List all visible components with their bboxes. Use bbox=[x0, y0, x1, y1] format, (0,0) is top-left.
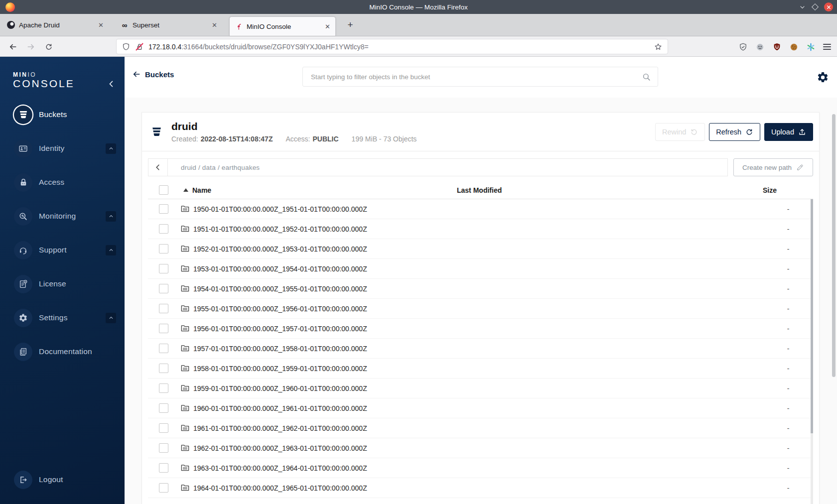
url-bar[interactable]: 172.18.0.4:31664/buckets/druid/browse/ZG… bbox=[116, 39, 668, 54]
tracking-shield-icon[interactable] bbox=[122, 42, 131, 51]
table-row[interactable]: 1954-01-01T00:00:00.000Z_1955-01-01T00:0… bbox=[148, 279, 813, 299]
row-checkbox[interactable] bbox=[159, 483, 168, 493]
row-checkbox[interactable] bbox=[159, 204, 168, 214]
object-name[interactable]: 1957-01-01T00:00:00.000Z_1958-01-01T00:0… bbox=[193, 345, 367, 353]
tab-superset[interactable]: ∞ Superset ✕ bbox=[116, 14, 222, 36]
table-row[interactable]: 1958-01-01T00:00:00.000Z_1959-01-01T00:0… bbox=[148, 359, 813, 378]
table-row[interactable]: 1951-01-01T00:00:00.000Z_1952-01-01T00:0… bbox=[148, 219, 813, 239]
url-text[interactable]: 172.18.0.4:31664/buckets/druid/browse/ZG… bbox=[148, 43, 654, 51]
tab-close-icon[interactable]: ✕ bbox=[325, 23, 330, 30]
bookmark-star-icon[interactable] bbox=[654, 42, 663, 51]
row-checkbox[interactable] bbox=[159, 324, 168, 333]
sidebar-item-settings[interactable]: Settings bbox=[0, 301, 125, 335]
filter-objects-input[interactable] bbox=[303, 67, 658, 86]
sidebar-collapse-icon[interactable] bbox=[107, 80, 116, 88]
tab-close-icon[interactable]: ✕ bbox=[98, 21, 104, 29]
sidebar-item-documentation[interactable]: Documentation bbox=[0, 335, 125, 369]
table-row[interactable]: 1956-01-01T00:00:00.000Z_1957-01-01T00:0… bbox=[148, 319, 813, 339]
row-checkbox[interactable] bbox=[159, 423, 168, 433]
object-name[interactable]: 1953-01-01T00:00:00.000Z_1954-01-01T00:0… bbox=[193, 265, 367, 273]
object-name[interactable]: 1952-01-01T00:00:00.000Z_1953-01-01T00:0… bbox=[193, 245, 367, 253]
extension-containers-icon[interactable] bbox=[755, 42, 765, 52]
chevron-up-icon[interactable] bbox=[106, 313, 116, 323]
breadcrumb[interactable]: druid / data / earthquakes bbox=[168, 164, 260, 171]
row-checkbox[interactable] bbox=[159, 403, 168, 413]
tab-minio-console[interactable]: MinIO Console ✕ bbox=[229, 16, 336, 36]
extension-cookie-icon[interactable] bbox=[789, 42, 799, 52]
create-new-path-button[interactable]: Create new path bbox=[733, 158, 813, 176]
chevron-up-icon[interactable] bbox=[106, 245, 116, 255]
row-checkbox[interactable] bbox=[159, 244, 168, 253]
object-name[interactable]: 1961-01-01T00:00:00.000Z_1962-01-01T00:0… bbox=[193, 424, 367, 432]
object-name[interactable]: 1958-01-01T00:00:00.000Z_1959-01-01T00:0… bbox=[193, 365, 367, 373]
tab-apache-druid[interactable]: Apache Druid ✕ bbox=[2, 14, 109, 36]
table-row[interactable]: 1959-01-01T00:00:00.000Z_1960-01-01T00:0… bbox=[148, 378, 813, 398]
extension-shield-icon[interactable] bbox=[738, 42, 748, 52]
insecure-lock-icon[interactable] bbox=[135, 42, 144, 51]
object-name[interactable]: 1951-01-01T00:00:00.000Z_1952-01-01T00:0… bbox=[193, 225, 367, 233]
reload-button[interactable] bbox=[42, 40, 56, 54]
window-maximize-button[interactable] bbox=[812, 3, 819, 10]
sidebar-item-support[interactable]: Support bbox=[0, 233, 125, 267]
sidebar-item-buckets[interactable]: Buckets bbox=[0, 98, 125, 131]
path-back-icon[interactable] bbox=[148, 159, 168, 176]
sort-ascending-icon[interactable] bbox=[183, 188, 188, 192]
row-checkbox[interactable] bbox=[159, 463, 168, 473]
row-checkbox[interactable] bbox=[159, 284, 168, 293]
row-checkbox[interactable] bbox=[159, 364, 168, 373]
window-minimize-button[interactable] bbox=[799, 3, 806, 11]
select-all-checkbox[interactable] bbox=[159, 185, 168, 195]
table-row[interactable]: 1960-01-01T00:00:00.000Z_1961-01-01T00:0… bbox=[148, 398, 813, 418]
back-button[interactable] bbox=[6, 40, 20, 54]
tab-close-icon[interactable]: ✕ bbox=[212, 21, 217, 29]
sidebar-item-license[interactable]: License bbox=[0, 267, 125, 301]
row-checkbox[interactable] bbox=[159, 224, 168, 234]
refresh-button[interactable]: Refresh bbox=[709, 123, 760, 141]
settings-gear-icon[interactable] bbox=[817, 71, 829, 84]
object-size: - bbox=[785, 404, 792, 412]
column-size[interactable]: Size bbox=[763, 186, 777, 194]
table-row[interactable]: 1964-01-01T00:00:00.000Z_1965-01-01T00:0… bbox=[148, 478, 813, 498]
row-checkbox[interactable] bbox=[159, 304, 168, 313]
object-name[interactable]: 1964-01-01T00:00:00.000Z_1965-01-01T00:0… bbox=[193, 484, 367, 492]
table-row[interactable]: 1952-01-01T00:00:00.000Z_1953-01-01T00:0… bbox=[148, 239, 813, 259]
rewind-button[interactable]: Rewind bbox=[655, 123, 705, 141]
table-row[interactable]: 1957-01-01T00:00:00.000Z_1958-01-01T00:0… bbox=[148, 339, 813, 359]
object-name[interactable]: 1963-01-01T00:00:00.000Z_1964-01-01T00:0… bbox=[193, 464, 367, 472]
list-scrollbar[interactable] bbox=[811, 199, 813, 504]
page-scrollbar[interactable] bbox=[832, 114, 836, 504]
sidebar-item-identity[interactable]: Identity bbox=[0, 131, 125, 165]
upload-button[interactable]: Upload bbox=[764, 123, 813, 141]
object-name[interactable]: 1950-01-01T00:00:00.000Z_1951-01-01T00:0… bbox=[193, 205, 367, 213]
table-row[interactable]: 1953-01-01T00:00:00.000Z_1954-01-01T00:0… bbox=[148, 259, 813, 279]
new-tab-button[interactable]: + bbox=[343, 14, 358, 36]
extension-ublock-icon[interactable] bbox=[772, 42, 782, 52]
row-checkbox[interactable] bbox=[159, 383, 168, 393]
object-name[interactable]: 1960-01-01T00:00:00.000Z_1961-01-01T00:0… bbox=[193, 404, 367, 412]
object-name[interactable]: 1959-01-01T00:00:00.000Z_1960-01-01T00:0… bbox=[193, 384, 367, 392]
object-name[interactable]: 1954-01-01T00:00:00.000Z_1955-01-01T00:0… bbox=[193, 285, 367, 293]
forward-button[interactable] bbox=[24, 40, 38, 54]
chevron-up-icon[interactable] bbox=[106, 143, 116, 154]
row-checkbox[interactable] bbox=[159, 344, 168, 353]
column-name[interactable]: Name bbox=[192, 186, 211, 194]
object-name[interactable]: 1962-01-01T00:00:00.000Z_1963-01-01T00:0… bbox=[193, 444, 367, 452]
back-to-buckets-link[interactable]: Buckets bbox=[132, 70, 174, 79]
column-last-modified[interactable]: Last Modified bbox=[457, 186, 502, 194]
table-row[interactable]: 1961-01-01T00:00:00.000Z_1962-01-01T00:0… bbox=[148, 418, 813, 438]
row-checkbox[interactable] bbox=[159, 264, 168, 273]
extension-asterisk-icon[interactable] bbox=[806, 42, 816, 52]
row-checkbox[interactable] bbox=[159, 443, 168, 453]
object-name[interactable]: 1956-01-01T00:00:00.000Z_1957-01-01T00:0… bbox=[193, 325, 367, 333]
menu-hamburger-icon[interactable] bbox=[823, 44, 831, 50]
sidebar-item-monitoring[interactable]: Monitoring bbox=[0, 199, 125, 233]
object-name[interactable]: 1955-01-01T00:00:00.000Z_1956-01-01T00:0… bbox=[193, 305, 367, 313]
table-row[interactable]: 1962-01-01T00:00:00.000Z_1963-01-01T00:0… bbox=[148, 438, 813, 458]
sidebar-item-access[interactable]: Access bbox=[0, 165, 125, 199]
table-row[interactable]: 1963-01-01T00:00:00.000Z_1964-01-01T00:0… bbox=[148, 458, 813, 478]
table-row[interactable]: 1950-01-01T00:00:00.000Z_1951-01-01T00:0… bbox=[148, 199, 813, 219]
sidebar-item-logout[interactable]: Logout bbox=[0, 463, 125, 497]
table-row[interactable]: 1955-01-01T00:00:00.000Z_1956-01-01T00:0… bbox=[148, 299, 813, 319]
chevron-up-icon[interactable] bbox=[106, 211, 116, 222]
window-close-button[interactable] bbox=[824, 2, 833, 11]
